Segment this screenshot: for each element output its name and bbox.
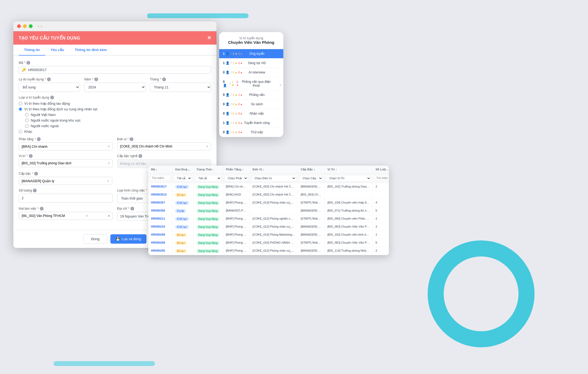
td-trang-thai: Đang hoạt động [194,183,223,191]
ly-do-select[interactable]: Bổ sung [19,83,80,92]
th-so-luong[interactable]: Số Lượng [373,166,389,173]
radio-nuoc-ngoai[interactable]: Người nước ngoài [25,124,211,128]
td-phan-tang: [BHP] Phòng ban [223,247,250,255]
phong-van-dt-label: Phỏng vấn qua điện thoại [240,80,273,87]
ly-do-group: Lý do tuyển dụng * i Bổ sung [19,77,80,92]
stage-tuyen-tc-counts: 1 👤 / 1 ★ 0 ● [223,121,242,125]
table-row[interactable]: HR000208 Đã tạo Đang hoạt động [BHP] Phò… [148,239,389,247]
th-trang-thai[interactable]: Trạng Thái ↕ [194,166,223,173]
td-trang-thai: Đang hoạt động [194,223,223,231]
td-so-luong: 5 [373,207,389,215]
filter-don-vi-select[interactable]: Chọn Đơn Vị [252,175,296,181]
td-phan-tang: [BHP] Phòng ban [223,239,250,247]
td-trang-thai: Đang hoạt động [194,231,223,239]
td-phan-tang: [BHP] Phòng ban [223,199,250,207]
table-row[interactable]: HR000209 Đã tạo Đang hoạt động [BHP] Phò… [148,231,389,239]
td-phan-tang: [BANK007] PHÒNG AN NINH THÔNG TIN [223,207,250,215]
th-vi-tri[interactable]: Vị Trí ↕ [325,166,373,173]
chrome-min-btn[interactable] [23,24,27,28]
don-vi-input[interactable]: [COKE_003] Chi nhánh Hồ Chí Minh × [117,142,211,150]
nam-select[interactable]: 2024 [84,83,145,92]
radio-nuoc-ngoai-kv-input[interactable] [25,119,29,122]
radio-hop-dong-lao-dong[interactable]: Vị trí theo hợp đồng lao động [19,102,211,106]
th-cap-bac[interactable]: Cấp Bậc ↕ [298,166,325,173]
cap-bac-input[interactable]: [MANAGER] Quản lý × [19,177,112,185]
td-vi-tri: [BIS_063] Chuyên Viên Văn Phòng [325,239,373,247]
table-row[interactable]: HR000211 Khởi tạo Đang hoạt động [BHP] P… [148,215,389,223]
td-ma: HR000205 [148,247,172,255]
nav-forward-btn[interactable]: › [41,24,42,28]
radio-lao-dong-input[interactable] [19,102,22,105]
radio-khac[interactable]: Khác [19,130,211,134]
tab-thong-tin-dinh-kem[interactable]: Thông tin đính kèm [69,45,112,56]
table-row[interactable]: HR000210 Khởi tạo Đang hoạt động [BHP] P… [148,223,389,231]
radio-viet-nam[interactable]: Người Việt Nam [25,113,211,117]
chrome-max-btn[interactable] [29,24,33,28]
radio-dich-vu-cung-ung[interactable]: Vị trí theo hợp đồng dịch vụ cung ứng nh… [19,107,211,111]
filter-giai-doan-select[interactable]: Tất cả [174,175,192,181]
cap-bac-value: [MANAGER] Quản lý [22,179,54,183]
stage-ung-tuyen[interactable]: 1 👤 / 4 ★ 0 ● Ứng tuyển [219,49,283,59]
phan-tang-clear-btn[interactable]: × [108,144,110,149]
bg-arc-decoration [428,240,535,347]
tab-thong-tin[interactable]: Thông tin [19,45,45,56]
table-row[interactable]: HR000205 Đã tạo Đang hoạt động [BHP] Phò… [148,247,389,255]
luu-va-dong-button[interactable]: 💾 Lưu và đóng [110,234,146,244]
phan-tang-group: Phân tầng * i [BRA] Chi nhánh × [19,137,113,150]
th-ma[interactable]: Mã ↕ [148,166,172,173]
tuyen-tc-label: Tuyển thành công [244,121,270,125]
stage-nhan-viec[interactable]: 0 👤 / 0 ★ 0 ● Nhận việc [219,109,283,118]
table-header-row: Mã ↕ Giai Đoạn ↕ Trạng Thái ↕ Phần Tầng … [148,166,389,174]
required-star: * [24,61,26,65]
nav-back-btn[interactable]: ‹ [38,24,39,28]
radio-viet-nam-input[interactable] [25,113,29,116]
noi-lam-viec-input[interactable]: [WL_002] Văn Phòng TP.HCM × ▾ [19,212,113,220]
th-don-vi[interactable]: Đơn Vị ↕ [250,166,298,173]
cap-bac-clear-btn[interactable]: × [107,179,109,183]
noi-lam-viec-clear-btn[interactable]: × [86,214,88,218]
filter-phan-tang-select[interactable]: Chọn Phần Tầng [225,175,248,181]
thang-label: Tháng * i [150,77,211,81]
radio-dich-vu-input[interactable] [19,107,22,111]
dong-button[interactable]: Đóng [83,234,107,244]
filter-cap-bac-select[interactable]: Chọn Cấp Bậc [300,175,323,181]
filter-ma-input[interactable] [150,175,171,181]
stage-sang-loc[interactable]: 1 👤 / 1 ★ 0 ● Sàng lọc HS [219,59,283,68]
stage-nhan-viec-counts: 0 👤 / 0 ★ 0 ● [223,112,242,115]
nav-controls: ‹ › [38,24,42,28]
stage-thu-viec[interactable]: 0 👤 / 0 ★ 0 ● Thử việc [219,128,283,137]
td-so-luong: 2 [373,223,389,231]
noi-lam-viec-dropdown-icon[interactable]: ▾ [108,214,110,218]
stage-ai[interactable]: 0 👤 / 0 ★ 0 ● AI interview [219,68,283,77]
radio-nuoc-ngoai-kv[interactable]: Người nước ngoài trong khu vực [25,118,211,122]
radio-nuoc-ngoai-input[interactable] [25,124,29,128]
th-phan-tang[interactable]: Phần Tầng ↕ [223,166,250,173]
phan-tang-input[interactable]: [BRA] Chi nhánh × [19,142,113,150]
nam-label: Năm * i [84,77,145,81]
tab-yeu-cau[interactable]: Yêu cầu [45,45,69,56]
ung-tuyen-label: Ứng tuyển [249,52,264,56]
stage-phong-van-dt[interactable]: 0 👤 / 1 ★ 0 ● Phỏng vấn qua điện thoại [219,77,283,90]
filter-trang-thai-select[interactable]: Tất cả [195,175,221,181]
mobile-chevron-icon[interactable]: › [280,82,281,87]
table-row[interactable]: HR0003517 Khởi tạo Đang hoạt động [BRA] … [148,183,389,191]
so-luong-input[interactable] [19,194,113,202]
th-giai-doan[interactable]: Giai Đoạn ↕ [172,166,194,173]
table-row[interactable]: HR000356 Duyệt Đang hoạt động [BANK007] … [148,207,389,215]
vi-tri-clear-btn[interactable]: × [108,161,110,165]
table-row[interactable]: HR0003512 Đã tạo Đang hoạt động [BHK] Kh… [148,191,389,199]
don-vi-clear-btn[interactable]: × [206,144,208,149]
vi-tri-input[interactable]: [BIS_162] Trưởng phòng Giao dịch × [19,159,113,167]
radio-khac-input[interactable] [19,130,22,133]
chrome-close-btn[interactable] [17,24,21,28]
filter-so-luong-input[interactable] [374,175,389,181]
stage-so-sanh[interactable]: 0 👤 / 0 ★ 0 ● So sánh [219,100,283,109]
table-row[interactable]: HR000357 Khởi tạo Đang hoạt động [BHP] P… [148,199,389,207]
stage-phong-van[interactable]: 0 👤 / 1 ★ 1 ● Phỏng vấn [219,90,283,100]
stage-tuyen-tc[interactable]: 1 👤 / 1 ★ 0 ● Tuyển thành công [219,118,283,128]
filter-vi-tri-select[interactable]: Chọn Vị Trí [326,175,371,181]
ma-input[interactable] [28,68,208,72]
form-header-close-btn[interactable]: ✕ [207,35,211,41]
thang-select[interactable]: Tháng 11 [150,83,211,92]
td-vi-tri [325,191,373,199]
